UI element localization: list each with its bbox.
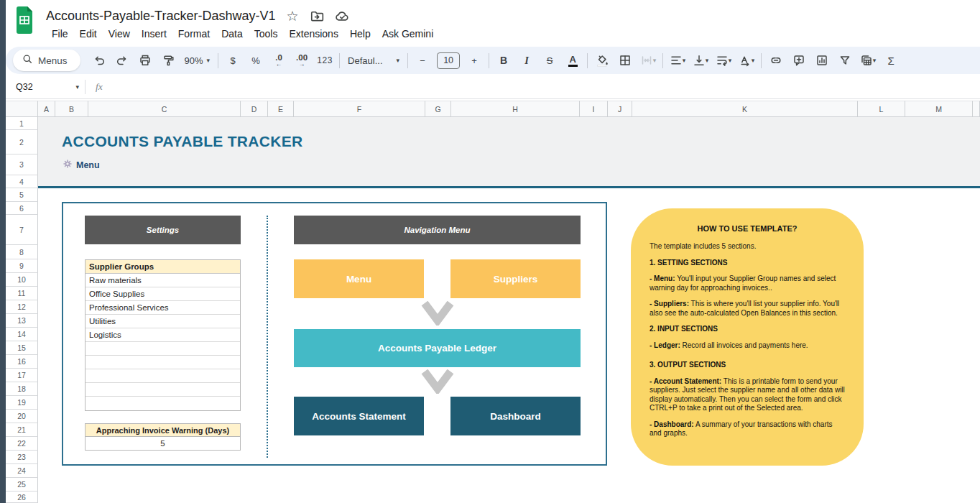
sheets-logo[interactable] [14, 6, 34, 34]
column-header-M[interactable]: M [905, 101, 973, 117]
column-header-E[interactable]: E [268, 101, 294, 117]
sheet-title[interactable]: ACCOUNTS PAYABLE TRACKER [62, 133, 302, 150]
merge-cells-button[interactable]: ▾ [637, 50, 659, 70]
italic-button[interactable]: I [516, 50, 537, 70]
supplier-group-cell[interactable] [85, 369, 240, 383]
supplier-group-cell[interactable]: Office Supplies [85, 287, 240, 301]
row-header-4[interactable]: 4 [6, 175, 38, 188]
increase-font-size-button[interactable]: + [463, 50, 485, 70]
column-header-L[interactable]: L [858, 101, 905, 117]
column-header-A[interactable]: A [38, 101, 55, 117]
row-header-16[interactable]: 16 [6, 355, 38, 369]
font-select[interactable]: Defaul...▾ [343, 50, 404, 70]
menus-search-button[interactable]: Menus [13, 50, 80, 71]
move-folder-icon[interactable] [310, 9, 324, 23]
decrease-font-size-button[interactable]: − [412, 50, 433, 70]
column-header-J[interactable]: J [608, 101, 632, 117]
warning-value[interactable]: 5 [85, 436, 241, 451]
nav-button-ledger[interactable]: Accounts Payable Ledger [294, 329, 581, 367]
filter-button[interactable] [834, 50, 856, 70]
row-header-19[interactable]: 19 [6, 396, 38, 410]
row-header-9[interactable]: 9 [6, 259, 38, 273]
row-header-15[interactable]: 15 [6, 341, 38, 355]
horizontal-align-button[interactable]: ▾ [667, 50, 688, 70]
supplier-groups-header[interactable]: Supplier Groups [85, 260, 240, 274]
column-header-B[interactable]: B [55, 101, 88, 117]
row-header-7[interactable]: 7 [6, 215, 38, 245]
more-formats-button[interactable]: 123 [314, 50, 336, 70]
column-header-K[interactable]: K [632, 101, 858, 117]
text-color-button[interactable]: A [562, 50, 583, 70]
row-header-20[interactable]: 20 [6, 410, 38, 423]
row-header-12[interactable]: 12 [6, 300, 38, 314]
format-percent-button[interactable]: % [245, 50, 267, 70]
select-all-corner[interactable] [6, 101, 38, 117]
menu-data[interactable]: Data [216, 26, 249, 42]
menu-shortcut[interactable]: Menu [63, 159, 100, 172]
supplier-group-cell[interactable]: Raw materials [85, 274, 240, 287]
borders-button[interactable] [614, 50, 636, 70]
bold-button[interactable]: B [493, 50, 514, 70]
link-button[interactable] [765, 50, 787, 70]
print-button[interactable] [134, 50, 156, 70]
fill-color-button[interactable] [591, 50, 613, 70]
table-views-button[interactable]: ▾ [857, 50, 879, 70]
chart-button[interactable] [811, 50, 833, 70]
row-header-24[interactable]: 24 [6, 464, 38, 478]
menu-tools[interactable]: Tools [249, 26, 284, 42]
row-header-11[interactable]: 11 [6, 287, 38, 300]
supplier-group-cell[interactable]: Logistics [85, 328, 240, 342]
row-header-25[interactable]: 25 [6, 478, 38, 492]
column-header-partial[interactable] [973, 101, 980, 117]
menu-file[interactable]: File [46, 26, 74, 42]
row-header-1[interactable]: 1 [6, 117, 38, 130]
menu-ask-gemini[interactable]: Ask Gemini [376, 26, 440, 42]
warning-header[interactable]: Appraching Invoice Warning (Days) [85, 423, 241, 437]
menu-view[interactable]: View [103, 26, 136, 42]
row-header-6[interactable]: 6 [6, 202, 38, 215]
nav-button-dashboard[interactable]: Dashboard [450, 397, 581, 435]
supplier-group-cell[interactable]: Utilities [85, 315, 240, 328]
column-header-C[interactable]: C [88, 101, 241, 117]
row-header-2[interactable]: 2 [6, 130, 38, 154]
menu-insert[interactable]: Insert [136, 26, 172, 42]
strikethrough-button[interactable]: S [539, 50, 560, 70]
increase-decimal-button[interactable]: .00→ [291, 50, 313, 70]
zoom-select[interactable]: 90%▾ [180, 50, 215, 70]
text-wrap-button[interactable]: ▾ [713, 50, 734, 70]
text-rotation-button[interactable]: ▾ [736, 50, 757, 70]
nav-button-statement[interactable]: Accounts Statement [294, 397, 424, 435]
row-header-3[interactable]: 3 [6, 154, 38, 175]
font-size-input[interactable]: 10 [437, 52, 460, 69]
column-header-F[interactable]: F [294, 101, 425, 117]
document-title[interactable]: Accounts-Payable-Tracker-Dashway-V1 [46, 9, 275, 24]
supplier-group-cell[interactable] [85, 356, 240, 369]
star-icon[interactable]: ☆ [286, 9, 298, 23]
functions-button[interactable]: Σ [880, 50, 902, 70]
row-header-14[interactable]: 14 [6, 328, 38, 341]
row-header-13[interactable]: 13 [6, 314, 38, 328]
column-header-D[interactable]: D [241, 101, 268, 117]
comment-button[interactable] [788, 50, 810, 70]
decrease-decimal-button[interactable]: .0← [268, 50, 290, 70]
row-header-17[interactable]: 17 [6, 369, 38, 382]
menu-help[interactable]: Help [344, 26, 376, 42]
supplier-group-cell[interactable]: Professional Services [85, 301, 240, 315]
row-header-26[interactable]: 26 [6, 492, 38, 503]
supplier-group-cell[interactable] [85, 383, 240, 397]
vertical-align-button[interactable]: ▾ [690, 50, 711, 70]
nav-button-menu[interactable]: Menu [294, 259, 424, 298]
row-header-23[interactable]: 23 [6, 451, 38, 464]
supplier-group-cell[interactable] [85, 397, 240, 410]
menu-edit[interactable]: Edit [74, 26, 103, 42]
column-header-I[interactable]: I [580, 101, 608, 117]
menu-format[interactable]: Format [172, 26, 216, 42]
nav-button-suppliers[interactable]: Suppliers [450, 259, 581, 298]
paint-format-button[interactable] [157, 50, 179, 70]
redo-button[interactable] [111, 50, 133, 70]
column-header-H[interactable]: H [451, 101, 580, 117]
cloud-saved-icon[interactable] [335, 9, 349, 23]
row-header-8[interactable]: 8 [6, 245, 38, 259]
supplier-group-cell[interactable] [85, 342, 240, 356]
row-header-10[interactable]: 10 [6, 273, 38, 287]
